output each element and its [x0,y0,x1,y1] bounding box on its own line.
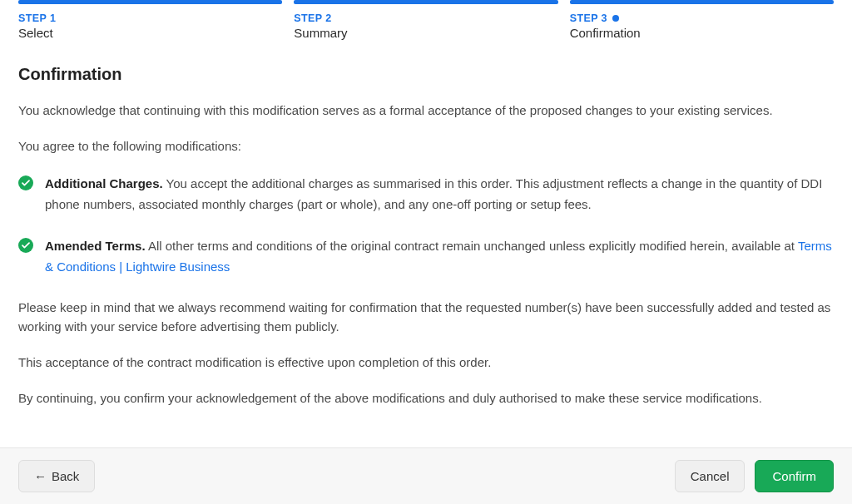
step-2[interactable]: STEP 2 Summary [294,0,557,40]
step-title: Confirmation [570,26,834,40]
step-progress-bar [18,0,282,4]
main-content: Confirmation You acknowledge that contin… [0,40,852,440]
keep-in-mind-paragraph: Please keep in mind that we always recom… [18,298,834,337]
step-title: Select [18,26,282,40]
cancel-button[interactable]: Cancel [675,460,746,492]
list-item: Additional Charges. You accept the addit… [18,173,834,215]
check-circle-icon [18,238,33,253]
bullet-heading: Additional Charges. [45,176,163,190]
page-title: Confirmation [18,65,834,84]
step-title: Summary [294,26,557,40]
footer-actions: ← Back Cancel Confirm [0,447,852,504]
stepper: STEP 1 Select STEP 2 Summary STEP 3 Conf… [0,0,852,40]
ack-paragraph: You acknowledge that continuing with thi… [18,101,834,120]
bullet-heading: Amended Terms. [45,239,146,253]
current-step-dot-icon [612,15,619,22]
confirm-paragraph: By continuing, you confirm your acknowle… [18,388,834,408]
back-button-label: Back [52,469,79,483]
step-label: STEP 3 [570,12,607,24]
modifications-list: Additional Charges. You accept the addit… [18,173,834,278]
step-3[interactable]: STEP 3 Confirmation [570,0,834,40]
step-1[interactable]: STEP 1 Select [18,0,282,40]
effective-paragraph: This acceptance of the contract modifica… [18,353,834,372]
step-label: STEP 2 [294,12,331,24]
agree-intro: You agree to the following modifications… [18,136,834,156]
arrow-left-icon: ← [34,469,47,483]
step-progress-bar [294,0,557,4]
check-circle-icon [18,175,33,190]
confirm-button[interactable]: Confirm [755,460,834,492]
bullet-text: All other terms and conditions of the or… [148,239,798,253]
back-button[interactable]: ← Back [18,460,95,492]
step-progress-bar [570,0,834,4]
step-label: STEP 1 [18,12,56,24]
list-item: Amended Terms. All other terms and condi… [18,235,834,278]
